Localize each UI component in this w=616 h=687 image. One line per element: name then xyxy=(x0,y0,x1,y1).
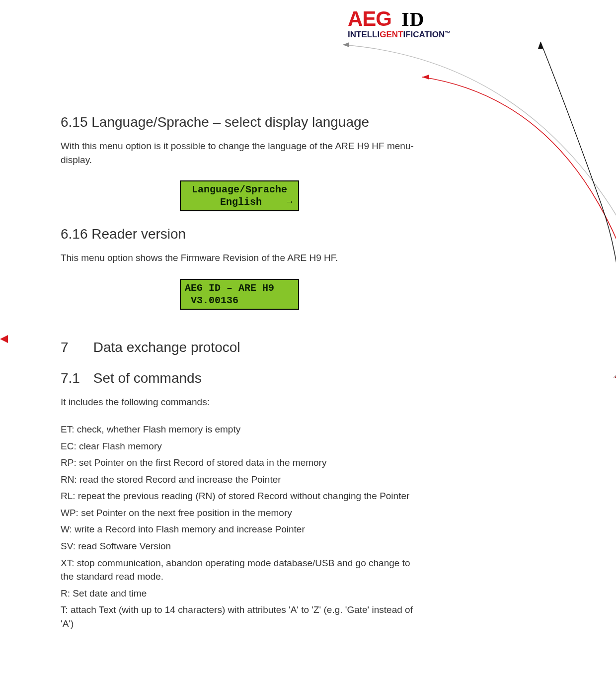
svg-marker-3 xyxy=(0,335,8,343)
para-6-15: With this menu option is it possible to … xyxy=(61,139,418,167)
lcd-version: AEG ID – ARE H9 V3.00136 xyxy=(180,279,299,310)
lcd-language: Language/Sprache xx English → xyxy=(180,180,299,211)
heading-7-1: 7.1 Set of commands xyxy=(61,370,418,386)
arrow-right-icon: → xyxy=(285,196,294,208)
heading-7-num: 7 xyxy=(61,340,89,355)
svg-marker-2 xyxy=(538,42,543,49)
svg-marker-1 xyxy=(422,75,429,80)
lcd-language-line2: xx English → xyxy=(185,196,294,208)
logo-aeg-text: AEG xyxy=(348,7,391,31)
command-line: RN: read the stored Record and increase … xyxy=(61,473,418,487)
command-line: R: Set date and time xyxy=(61,587,418,601)
tagline-mid: GENT xyxy=(380,30,403,39)
lcd-language-value: English xyxy=(220,196,262,208)
lcd-version-line1: AEG ID – ARE H9 xyxy=(185,282,294,294)
left-arrow-decor xyxy=(0,329,20,349)
command-line: EC: clear Flash memory xyxy=(61,439,418,453)
logo-id-text: ID xyxy=(401,7,424,31)
heading-6-15: 6.15 Language/Sprache – select display l… xyxy=(61,114,418,130)
heading-7-1-title: Set of commands xyxy=(93,370,202,386)
brand-logo: AEG ID INTELLIGENTIFICATION™ xyxy=(348,7,477,40)
heading-6-16: 6.16 Reader version xyxy=(61,226,418,242)
lcd-language-line1: Language/Sprache xyxy=(185,183,294,196)
command-line: W: write a Record into Flash memory and … xyxy=(61,522,418,536)
command-line: WP: set Pointer on the next free positio… xyxy=(61,506,418,520)
lcd-version-line2: V3.00136 xyxy=(185,294,294,307)
tagline-post: IFICATION xyxy=(403,30,445,39)
command-line: T: attach Text (with up to 14 characters… xyxy=(61,603,418,630)
document-content: 6.15 Language/Sprache – select display l… xyxy=(61,114,418,633)
heading-7: 7 Data exchange protocol xyxy=(61,340,418,355)
command-list: ET: check, whether Flash memory is empty… xyxy=(61,423,418,630)
command-line: XT: stop communication, abandon operatin… xyxy=(61,556,418,584)
logo-tagline: INTELLIGENTIFICATION™ xyxy=(348,30,477,40)
command-line: RL: repeat the previous reading (RN) of … xyxy=(61,489,418,503)
command-line: SV: read Software Version xyxy=(61,539,418,553)
page: AEG ID INTELLIGENTIFICATION™ 6.15 Langua… xyxy=(0,0,616,687)
heading-7-1-num: 7.1 xyxy=(61,370,89,386)
para-7-1-intro: It includes the following commands: xyxy=(61,395,418,409)
command-line: RP: set Pointer on the first Record of s… xyxy=(61,456,418,470)
tagline-tm: ™ xyxy=(445,30,451,37)
command-line: ET: check, whether Flash memory is empty xyxy=(61,423,418,436)
svg-marker-0 xyxy=(343,42,349,47)
para-6-16: This menu option shows the Firmware Revi… xyxy=(61,251,418,265)
heading-7-title: Data exchange protocol xyxy=(93,340,240,355)
tagline-pre: INTELLI xyxy=(348,30,380,39)
